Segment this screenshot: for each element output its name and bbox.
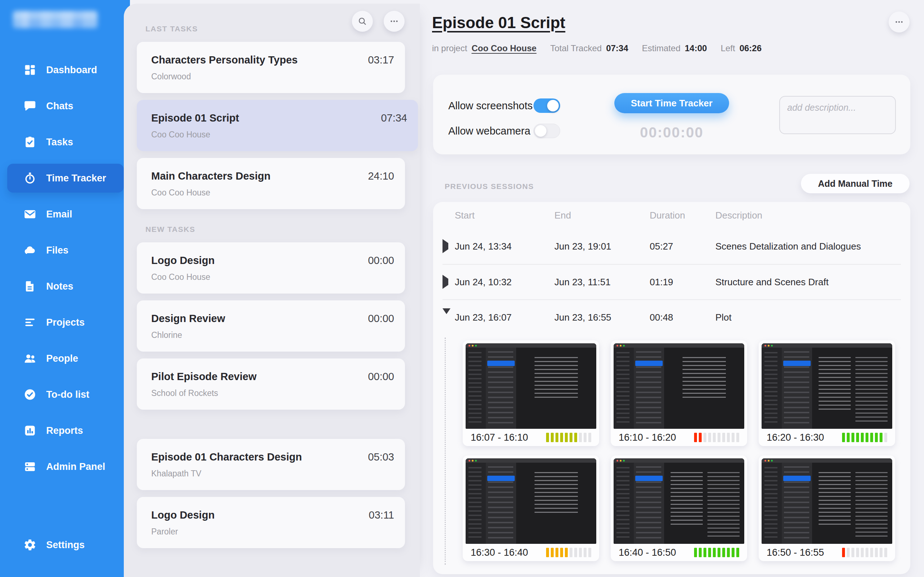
screenshots-grid: 16:07 - 16:10 16:10 - 16:20 xyxy=(463,340,905,561)
allow-screenshots-toggle[interactable] xyxy=(533,98,560,113)
thumb-menubar xyxy=(762,458,892,463)
project-link[interactable]: Coo Coo House xyxy=(472,43,536,53)
thumb-editor xyxy=(664,348,744,429)
session-screenshot[interactable]: 16:30 - 16:40 xyxy=(463,456,599,561)
task-tracked-time: 05:03 xyxy=(368,451,394,463)
task-card[interactable]: Main Characters Design 24:10 Coo Coo Hou… xyxy=(137,158,405,209)
timer-display: 00:00:00 xyxy=(614,124,729,141)
session-row[interactable]: Jun 24, 13:34 Jun 23, 19:01 05:27 Scenes… xyxy=(443,229,901,264)
thumb-body xyxy=(762,348,892,429)
task-project: Coo Coo House xyxy=(151,272,394,282)
estimated-label: Estimated xyxy=(642,43,681,53)
session-row[interactable]: Jun 24, 10:32 Jun 23, 11:51 01:19 Struct… xyxy=(443,264,901,299)
task-card[interactable]: Episode 01 Script 07:34 Coo Coo House xyxy=(137,100,418,151)
task-detail-panel: Episode 01 Script in project Coo Coo Hou… xyxy=(420,3,924,577)
sidebar-nav: Dashboard Chats Tasks Time Tracker Email… xyxy=(0,56,124,577)
thumb-editor xyxy=(812,348,892,429)
task-card-header: Episode 01 Characters Design 05:03 xyxy=(151,451,394,463)
task-card-header: Logo Design 03:11 xyxy=(151,509,394,521)
sidebar-item-chats[interactable]: Chats xyxy=(7,92,124,121)
task-card-header: Design Review 00:00 xyxy=(151,313,394,324)
screenshot-caption: 16:50 - 16:55 xyxy=(759,544,895,561)
sidebar-item-people[interactable]: People xyxy=(7,344,124,373)
sessions-table-card: Start End Duration Description Jun 24, 1… xyxy=(433,202,910,574)
detail-more-button[interactable] xyxy=(888,11,909,32)
session-row[interactable]: Jun 23, 16:07 Jun 23, 16:55 00:48 Plot xyxy=(443,299,901,335)
expanded-session-guide-line xyxy=(445,338,446,565)
permission-toggles: Allow screenshots Allow webcamera xyxy=(433,97,560,148)
sidebar-item-projects[interactable]: Projects xyxy=(7,308,124,337)
col-end: End xyxy=(554,210,650,221)
expand-toggle-icon[interactable] xyxy=(443,279,455,285)
sidebar-item-label: Email xyxy=(46,209,72,220)
sidebar-item-tasks[interactable]: Tasks xyxy=(7,128,124,156)
thumb-editor xyxy=(516,348,596,429)
screenshot-thumbnail xyxy=(465,343,596,429)
task-card-header: Logo Design 00:00 xyxy=(151,255,394,266)
session-start: Jun 24, 13:34 xyxy=(455,241,554,252)
task-card[interactable]: Episode 01 Characters Design 05:03 Khala… xyxy=(137,439,405,490)
left-label: Left xyxy=(721,43,735,53)
session-duration: 01:19 xyxy=(650,277,716,288)
sidebar-item-email[interactable]: Email xyxy=(7,200,124,229)
session-screenshot[interactable]: 16:50 - 16:55 xyxy=(759,456,895,561)
sidebar-item-settings[interactable]: Settings xyxy=(7,530,124,559)
sidebar-item-label: Admin Panel xyxy=(46,461,105,472)
task-tracked-time: 24:10 xyxy=(368,170,394,182)
sidebar-item-label: Reports xyxy=(46,425,83,436)
task-sections: LAST TASKS Characters Personality Types … xyxy=(124,24,420,577)
sidebar-item-reports[interactable]: Reports xyxy=(7,416,124,445)
task-card[interactable]: Design Review 00:00 Chlorine xyxy=(137,300,405,351)
tracker-controls-card: Allow screenshots Allow webcamera Start … xyxy=(433,75,910,154)
session-end: Jun 23, 19:01 xyxy=(554,241,650,252)
sessions-table-header: Start End Duration Description xyxy=(443,202,901,229)
screenshot-time-range: 16:30 - 16:40 xyxy=(471,547,528,558)
allow-webcamera-toggle[interactable] xyxy=(533,124,560,138)
col-description: Description xyxy=(716,210,901,221)
session-screenshot[interactable]: 16:20 - 16:30 xyxy=(759,340,895,446)
thumb-body xyxy=(762,463,892,544)
allow-webcamera-row: Allow webcamera xyxy=(433,122,560,140)
thumb-sidebar xyxy=(762,348,782,429)
session-screenshot[interactable]: 16:40 - 16:50 xyxy=(611,456,747,561)
cloud-icon xyxy=(23,244,36,257)
total-tracked-label: Total Tracked xyxy=(550,43,602,53)
session-screenshot[interactable]: 16:07 - 16:10 xyxy=(463,340,599,446)
page-title: Episode 01 Script xyxy=(432,14,565,32)
sidebar-item-label: Chats xyxy=(46,101,73,112)
thumb-body xyxy=(465,463,596,544)
bar-chart-icon xyxy=(23,424,36,437)
task-card[interactable]: Logo Design 03:11 Paroler xyxy=(137,497,405,548)
task-tracked-time: 00:00 xyxy=(368,255,394,266)
sidebar-item-label: To-do list xyxy=(46,389,89,400)
task-card-header: Pilot Episode Review 00:00 xyxy=(151,371,394,383)
task-card[interactable]: Pilot Episode Review 00:00 School of Roc… xyxy=(137,358,405,410)
expand-toggle-icon[interactable] xyxy=(443,314,455,321)
sidebar-item-notes[interactable]: Notes xyxy=(7,272,124,301)
sidebar-item-dashboard[interactable]: Dashboard xyxy=(7,56,124,84)
email-icon xyxy=(23,208,36,221)
session-screenshot[interactable]: 16:10 - 16:20 xyxy=(611,340,747,446)
task-title: Characters Personality Types xyxy=(151,54,298,66)
sidebar-item-to-do-list[interactable]: To-do list xyxy=(7,380,124,409)
task-cards: Characters Personality Types 03:17 Color… xyxy=(124,42,420,209)
start-time-tracker-button[interactable]: Start Time Tracker xyxy=(614,93,729,113)
session-description: Structure and Scenes Draft xyxy=(716,277,901,288)
screenshot-thumbnail xyxy=(614,458,744,544)
sidebar-item-admin-panel[interactable]: Admin Panel xyxy=(7,452,124,481)
session-description: Plot xyxy=(716,312,901,323)
stopwatch-icon xyxy=(23,172,36,185)
task-tracked-time: 03:17 xyxy=(368,54,394,66)
thumb-body xyxy=(465,348,596,429)
session-start: Jun 24, 10:32 xyxy=(455,277,554,288)
expand-toggle-icon[interactable] xyxy=(443,243,455,250)
sidebar-item-files[interactable]: Files xyxy=(7,236,124,265)
description-input[interactable] xyxy=(779,96,896,134)
add-manual-time-button[interactable]: Add Manual Time xyxy=(801,174,909,193)
thumb-sidebar xyxy=(465,463,486,544)
task-card[interactable]: Characters Personality Types 03:17 Color… xyxy=(137,42,405,93)
task-title: Episode 01 Characters Design xyxy=(151,451,302,463)
sidebar-item-time-tracker[interactable]: Time Tracker xyxy=(7,164,124,193)
screenshot-caption: 16:07 - 16:10 xyxy=(463,429,599,446)
task-card[interactable]: Logo Design 00:00 Coo Coo House xyxy=(137,242,405,293)
